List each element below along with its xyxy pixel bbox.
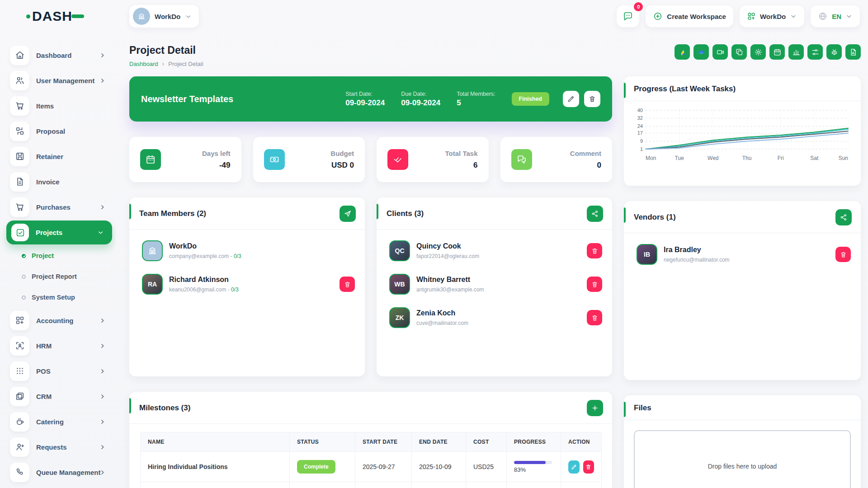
video-button[interactable] <box>712 44 728 60</box>
edit-project-button[interactable] <box>563 91 579 107</box>
create-workspace-button[interactable]: Create Workspace <box>646 5 733 27</box>
messages-button[interactable]: 0 <box>617 5 639 27</box>
sidebar-item-queue-management[interactable]: Queue Management <box>6 460 116 485</box>
table-row: Hiring Individual PositionsComplete2025-… <box>141 452 602 482</box>
total-members-value: 5 <box>457 99 495 108</box>
copy-button[interactable] <box>731 44 747 60</box>
milestone-name: Communication Updates <box>141 482 290 488</box>
sidebar-subitem-system-setup[interactable]: System Setup <box>6 287 116 308</box>
money-icon <box>264 149 285 170</box>
app-logo[interactable]: DASH <box>26 9 84 24</box>
sidebar-menu: DashboardUser ManagementItemsProposalRet… <box>6 42 116 485</box>
breadcrumb-dashboard-link[interactable]: Dashboard <box>129 61 158 67</box>
svg-text:Fri: Fri <box>778 155 784 161</box>
bug-icon <box>830 48 839 56</box>
cart-icon <box>10 96 29 116</box>
task-ratio: 0/3 <box>234 253 241 259</box>
app-menu-button[interactable]: WorkDo <box>740 5 804 27</box>
progress-card: Progress (Last Week Tasks) 4032241791Mon… <box>624 76 861 186</box>
accent-bar <box>377 204 378 219</box>
stat-card-total-task: Total Task6 <box>377 137 489 182</box>
breadcrumb-separator-icon: › <box>162 60 165 67</box>
file-dropzone[interactable]: Drop files here to upload <box>634 430 851 488</box>
remove-member-button[interactable] <box>835 247 851 262</box>
sidebar-item-proposal[interactable]: Proposal <box>6 118 116 144</box>
sidebar-item-dashboard[interactable]: Dashboard <box>6 42 116 68</box>
column-header-end-date: END DATE <box>412 432 466 452</box>
sidebar-item-catering[interactable]: Catering <box>6 409 116 434</box>
sidebar-item-label: Accounting <box>36 317 74 324</box>
project-status-badge: Finished <box>512 92 549 106</box>
top-header: DASH WorkDo 0 Create Workspace WorkDo EN <box>0 0 868 33</box>
share-clients-button[interactable] <box>587 206 603 222</box>
chevron-right-icon <box>99 317 106 324</box>
delete-project-button[interactable] <box>584 91 600 107</box>
column-header-start-date: START DATE <box>355 432 412 452</box>
remove-member-button[interactable] <box>587 243 602 258</box>
user-plus-icon <box>10 437 29 457</box>
chevron-right-icon <box>99 52 106 59</box>
remove-member-button[interactable] <box>587 277 602 292</box>
share-vendors-button[interactable] <box>835 209 852 225</box>
clients-title: Clients (3) <box>387 209 424 218</box>
sidebar-item-user-management[interactable]: User Management <box>6 68 116 93</box>
logo-dash-icon <box>71 14 84 18</box>
app-menu-label: WorkDo <box>760 13 786 20</box>
remove-member-button[interactable] <box>587 310 602 325</box>
milestone-start-date: 2025-10-09 <box>355 482 412 488</box>
invite-member-button[interactable] <box>340 206 356 222</box>
stats-row: Days left-49BudgetUSD 0Total Task6Commen… <box>129 137 612 182</box>
column-header-action: ACTION <box>561 432 602 452</box>
progress-bar <box>514 461 552 464</box>
sidebar-item-pos[interactable]: POS <box>6 358 116 384</box>
gear-icon <box>754 48 763 56</box>
calendar-icon <box>773 48 782 56</box>
list-item: IBIra Bradleynegefuricu@mailinator.com <box>637 244 851 265</box>
sidebar-item-purchases[interactable]: Purchases <box>6 194 116 220</box>
remove-member-button[interactable] <box>340 277 355 292</box>
chevron-down-icon <box>790 13 797 20</box>
sidebar-item-invoice[interactable]: Invoice <box>6 169 116 194</box>
edit-milestone-button[interactable] <box>568 460 580 474</box>
add-milestone-button[interactable] <box>587 400 603 416</box>
gear-button[interactable] <box>750 44 766 60</box>
retainer-icon <box>10 147 29 166</box>
vendors-title: Vendors (1) <box>634 213 676 222</box>
file-report-button[interactable] <box>845 44 861 60</box>
language-selector[interactable]: EN <box>811 5 860 27</box>
sidebar-item-hrm[interactable]: HRM <box>6 333 116 358</box>
sidebar-item-retainer[interactable]: Retainer <box>6 144 116 169</box>
project-name: Newsletter Templates <box>141 94 345 104</box>
sidebar-item-requests[interactable]: Requests <box>6 434 116 460</box>
integration-toolbar <box>675 44 861 60</box>
calendar-button[interactable] <box>769 44 785 60</box>
milestone-start-date: 2025-09-27 <box>355 452 412 482</box>
bug-button[interactable] <box>826 44 842 60</box>
stat-card-budget: BudgetUSD 0 <box>253 137 365 182</box>
gdrive-button[interactable] <box>675 44 690 60</box>
svg-text:Tue: Tue <box>675 155 684 161</box>
chat-icon <box>511 149 532 170</box>
sidebar-item-accounting[interactable]: Accounting <box>6 308 116 333</box>
sidebar-item-projects[interactable]: Projects <box>6 221 112 244</box>
delete-milestone-button[interactable] <box>583 460 594 474</box>
sidebar-item-crm[interactable]: CRM <box>6 384 116 409</box>
workspace-avatar <box>133 8 150 25</box>
milestones-title: Milestones (3) <box>139 404 190 413</box>
bar-chart-button[interactable] <box>788 44 804 60</box>
sidebar-item-items[interactable]: Items <box>6 93 116 118</box>
column-header-cost: COST <box>466 432 507 452</box>
avatar: ZK <box>389 307 410 328</box>
onedrive-button[interactable] <box>693 44 709 60</box>
sidebar-subitem-project-report[interactable]: Project Report <box>6 266 116 287</box>
progress-chart: 4032241791MonTueWedThuFriSatSun <box>624 101 861 166</box>
due-date-label: Due Date: <box>401 91 440 97</box>
file-report-icon <box>849 48 858 56</box>
video-icon <box>716 48 725 56</box>
workspace-switcher[interactable]: WorkDo <box>129 5 199 28</box>
table-row: Communication UpdatesIncomplete2025-10-0… <box>141 482 602 488</box>
timeline-button[interactable] <box>807 44 823 60</box>
member-email: fapor22014@oglerau.com <box>416 253 479 259</box>
sidebar-subitem-project[interactable]: Project <box>6 245 116 266</box>
member-email: cuve@mailinator.com <box>416 320 468 326</box>
